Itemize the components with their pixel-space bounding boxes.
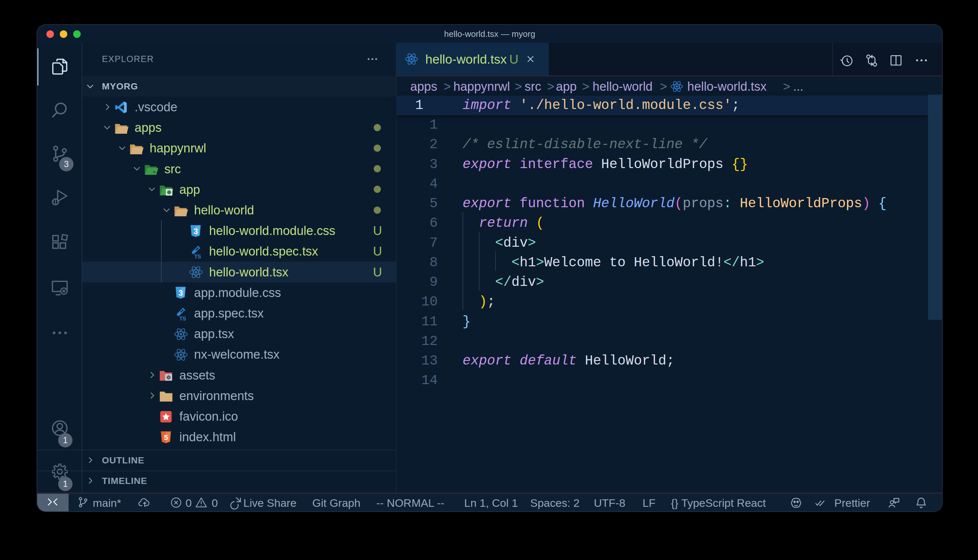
svg-text:TS: TS	[194, 253, 201, 259]
svg-text:5: 5	[164, 433, 168, 442]
svg-text:</>: </>	[153, 169, 159, 175]
svg-text:TS: TS	[179, 315, 186, 321]
svg-text:3: 3	[178, 288, 183, 297]
svg-text:3: 3	[193, 227, 198, 236]
